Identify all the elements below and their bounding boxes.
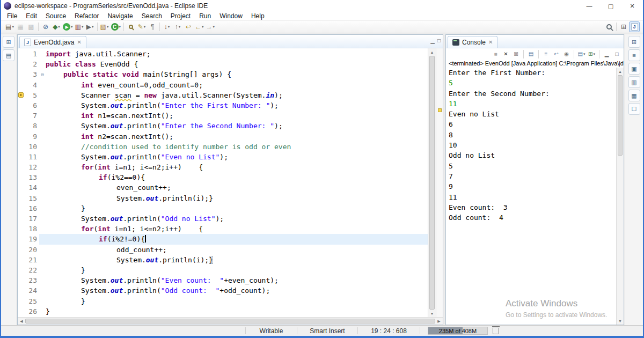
code-line[interactable]: 21System.out.println(i);} [18,255,428,265]
code-line[interactable]: 13if(i%2==0){ [18,172,428,182]
scrollbar-thumb[interactable] [429,56,435,310]
maximize-view-icon[interactable]: □ [612,49,621,58]
fold-marker-icon[interactable]: ⊖ [39,69,46,79]
minimize-window-icon[interactable]: — [579,0,600,12]
search-flashlight-button[interactable] [126,21,136,32]
menu-item-refactor[interactable]: Refactor [70,12,103,20]
line-number[interactable]: 25 [24,296,39,306]
open-console-icon[interactable]: ⊞▾ [587,49,596,58]
code-line[interactable]: 8System.out.println("Enter the Second Nu… [18,121,428,131]
scroll-lock-icon[interactable]: ≡ [541,49,551,58]
line-number[interactable]: 22 [24,265,39,275]
menu-item-project[interactable]: Project [166,12,195,20]
code-line[interactable]: 19if(i%2!=0){ [18,234,428,244]
code-line[interactable]: 11System.out.println("Even no List"); [18,152,428,162]
close-window-icon[interactable]: ✕ [621,0,643,12]
code-text[interactable]: } [46,265,428,275]
code-line[interactable]: 2public class EvenOdd { [18,59,428,69]
scroll-up-icon[interactable]: ▲ [617,68,624,75]
word-wrap-icon[interactable]: ↩ [552,49,561,58]
dropdown-arrow-icon[interactable]: ▾ [593,52,595,56]
editor-vertical-scrollbar[interactable]: ▲ ▼ [428,48,436,317]
mark-occurrences-button[interactable]: ✎▾ [136,21,147,32]
menu-item-navigate[interactable]: Navigate [103,12,137,20]
code-line[interactable]: 10//condition used to identify number is… [18,142,428,152]
code-text[interactable]: System.out.println(i);} [46,255,428,265]
minimize-view-icon[interactable]: ▁ [602,49,611,58]
console-vertical-scrollbar[interactable]: ▲ ▼ [616,68,624,325]
dropdown-arrow-icon[interactable]: ▾ [144,25,146,29]
dropdown-arrow-icon[interactable]: ▾ [168,25,170,29]
coverage-button[interactable]: ▥▾ [74,21,85,32]
dropdown-arrow-icon[interactable]: ▾ [92,25,94,29]
run-external-button[interactable]: ▶▾ [85,21,96,32]
dropdown-arrow-icon[interactable]: ▾ [179,25,181,29]
close-tab-icon[interactable]: ✕ [488,39,493,45]
line-number[interactable]: 5 [24,90,39,100]
scroll-down-icon[interactable]: ▼ [428,310,436,317]
run-garbage-collector-icon[interactable] [493,328,499,334]
line-number[interactable]: 10 [24,142,39,152]
tasks-view-icon[interactable]: ☐ [628,103,640,115]
new-java-class-button[interactable]: C▾ [110,21,122,32]
line-number[interactable]: 8 [24,121,39,131]
scroll-left-icon[interactable]: ◀ [18,318,25,325]
code-line[interactable]: 7int n1=scan.nextInt(); [18,111,428,121]
editor-horizontal-scrollbar[interactable]: ◀ ▶ [18,317,443,325]
line-number[interactable]: 7 [24,111,39,121]
code-line[interactable]: 5Scanner scan = new java.util.Scanner(Sy… [18,90,428,100]
tab-console[interactable]: Console ✕ [448,36,497,48]
line-number[interactable]: 21 [24,255,39,265]
line-number[interactable]: 23 [24,275,39,285]
line-number[interactable]: 6 [24,100,39,111]
scrollbar-thumb[interactable] [25,319,435,324]
dropdown-arrow-icon[interactable]: ▾ [58,25,60,29]
open-perspective-button[interactable]: ⊞ [618,21,629,32]
code-text[interactable]: odd_count++; [46,245,428,255]
code-text[interactable]: System.out.println("Odd count: "+odd_cou… [46,285,428,296]
code-text[interactable]: System.out.println("Even no List"); [46,152,428,162]
dropdown-arrow-icon[interactable]: ▾ [71,25,73,29]
outline-view-icon[interactable]: ≡ [628,49,640,61]
scroll-down-icon[interactable]: ▼ [617,317,624,325]
line-number[interactable]: 26 [24,306,39,317]
code-text[interactable]: even_count++; [46,182,428,193]
code-line[interactable]: 1import java.util.Scanner; [18,49,428,59]
code-text[interactable]: int n1=scan.nextInt(); [46,111,428,121]
code-text[interactable]: System.out.println("Odd no List"); [46,214,428,224]
code-text[interactable]: import java.util.Scanner; [46,49,428,59]
close-tab-icon[interactable]: ✕ [77,39,81,45]
line-number[interactable]: 12 [24,162,39,172]
code-line[interactable]: 18for(int i=n1; i<=n2;i++) { [18,224,428,234]
line-number[interactable]: 19 [24,234,39,244]
code-line[interactable]: 3⊖public static void main(String[] args)… [18,69,428,79]
next-annotation-button[interactable]: ↓▾ [162,21,172,32]
tab-evenodd-java[interactable]: J EvenOdd.java ✕ [19,36,86,48]
line-number[interactable]: 16 [24,203,39,214]
code-line[interactable]: 22} [18,265,428,275]
line-number[interactable]: 11 [24,152,39,162]
code-line[interactable]: 20odd_count++; [18,245,428,255]
scroll-right-icon[interactable]: ▶ [435,318,443,325]
show-whitespace-button[interactable]: ¶ [147,21,158,32]
remove-all-launches-icon[interactable]: ⊠ [511,49,521,58]
restore-views-icon[interactable]: ⊞ [628,36,640,48]
line-number[interactable]: 1 [24,49,39,59]
code-line[interactable]: 16} [18,203,428,214]
line-number[interactable]: 2 [24,59,39,69]
code-line[interactable]: 17System.out.println("Odd no List"); [18,214,428,224]
declaration-view-icon[interactable]: ▦ [628,90,640,101]
code-line[interactable]: 12for(int i=n1; i<=n2;i++) { [18,162,428,172]
line-number[interactable]: 14 [24,182,39,193]
menu-item-window[interactable]: Window [215,12,247,20]
skip-breakpoints-button[interactable]: ⊘ [40,21,51,32]
maximize-window-icon[interactable]: ▢ [600,0,621,12]
menu-item-search[interactable]: Search [137,12,166,20]
minimize-editor-icon[interactable]: ▁ [430,38,435,43]
warning-overview-marker[interactable] [438,108,442,112]
menu-item-run[interactable]: Run [195,12,215,20]
previous-annotation-button[interactable]: ↑▾ [172,21,183,32]
line-number[interactable]: 18 [24,224,39,234]
code-text[interactable]: public class EvenOdd { [46,59,428,69]
code-text[interactable]: } [46,296,428,306]
